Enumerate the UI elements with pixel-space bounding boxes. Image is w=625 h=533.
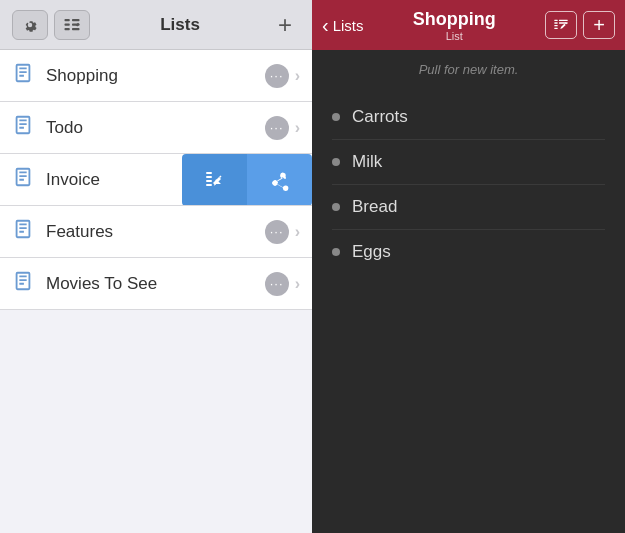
list-item[interactable]: Todo ··· › bbox=[0, 102, 312, 154]
share-swipe-icon bbox=[269, 169, 291, 191]
right-panel: ‹ Lists Shopping List + bbox=[312, 0, 625, 533]
more-dots-icon: ··· bbox=[270, 277, 284, 290]
shopping-subtitle: List bbox=[372, 30, 537, 42]
list-item[interactable]: Shopping ··· › bbox=[0, 50, 312, 102]
header-left-icons bbox=[12, 10, 90, 40]
more-dots-icon: ··· bbox=[270, 121, 284, 134]
more-button[interactable]: ··· bbox=[265, 220, 289, 244]
list-item-movies-to-see[interactable]: Movies To See ··· › bbox=[0, 258, 312, 310]
shopping-item[interactable]: Carrots bbox=[332, 95, 605, 140]
list-item-name: Movies To See bbox=[46, 274, 265, 294]
more-dots-icon: ··· bbox=[270, 225, 284, 238]
gear-icon bbox=[21, 16, 39, 34]
edit-swipe-button[interactable] bbox=[182, 154, 247, 206]
swipe-actions bbox=[182, 154, 312, 205]
list-item[interactable]: Features ··· › bbox=[0, 206, 312, 258]
plus-icon: + bbox=[593, 15, 605, 35]
svg-rect-2 bbox=[65, 28, 70, 30]
svg-rect-5 bbox=[72, 28, 80, 30]
shopping-item[interactable]: Bread bbox=[332, 185, 605, 230]
edit-lists-button[interactable] bbox=[54, 10, 90, 40]
add-item-button[interactable]: + bbox=[583, 11, 615, 39]
pull-hint: Pull for new item. bbox=[312, 50, 625, 85]
shopping-item[interactable]: Eggs bbox=[332, 230, 605, 274]
svg-rect-14 bbox=[559, 20, 568, 21]
list-item-icon bbox=[12, 218, 34, 245]
edit-button[interactable] bbox=[545, 11, 577, 39]
shopping-item-text: Carrots bbox=[352, 107, 408, 127]
more-button[interactable]: ··· bbox=[265, 64, 289, 88]
svg-rect-10 bbox=[554, 20, 557, 21]
svg-rect-0 bbox=[65, 19, 70, 21]
left-panel: Lists + Shopping ··· › Todo ··· › bbox=[0, 0, 312, 533]
chevron-right-icon: › bbox=[295, 67, 300, 85]
left-panel-title: Lists bbox=[160, 15, 200, 35]
more-dots-icon: ··· bbox=[270, 69, 284, 82]
svg-rect-3 bbox=[72, 19, 80, 21]
left-header: Lists + bbox=[0, 0, 312, 50]
more-button[interactable]: ··· bbox=[265, 272, 289, 296]
list-item-icon bbox=[12, 114, 34, 141]
svg-rect-11 bbox=[554, 22, 557, 23]
back-label: Lists bbox=[333, 17, 364, 34]
bullet-icon bbox=[332, 113, 340, 121]
edit-swipe-icon bbox=[203, 168, 227, 192]
svg-rect-12 bbox=[554, 25, 557, 26]
right-header-title: Shopping List bbox=[372, 9, 537, 42]
right-header: ‹ Lists Shopping List + bbox=[312, 0, 625, 50]
chevron-right-icon: › bbox=[295, 119, 300, 137]
edit-list-icon bbox=[63, 17, 81, 33]
shopping-list: Carrots Milk Bread Eggs bbox=[312, 85, 625, 533]
add-list-button[interactable]: + bbox=[270, 10, 300, 40]
bullet-icon bbox=[332, 203, 340, 211]
right-header-icons: + bbox=[545, 11, 615, 39]
svg-rect-8 bbox=[206, 180, 212, 182]
chevron-right-icon: › bbox=[295, 223, 300, 241]
svg-rect-1 bbox=[65, 23, 70, 25]
list-item-icon bbox=[12, 270, 34, 297]
shopping-item-text: Eggs bbox=[352, 242, 391, 262]
list-item-name: Features bbox=[46, 222, 265, 242]
shopping-item-text: Bread bbox=[352, 197, 397, 217]
list-item-icon bbox=[12, 62, 34, 89]
shopping-title: Shopping bbox=[372, 9, 537, 30]
shopping-item-text: Milk bbox=[352, 152, 382, 172]
list-item-icon bbox=[12, 166, 34, 193]
svg-rect-13 bbox=[554, 28, 557, 29]
list-item-name: Todo bbox=[46, 118, 265, 138]
bullet-icon bbox=[332, 248, 340, 256]
svg-rect-9 bbox=[206, 184, 212, 186]
settings-button[interactable] bbox=[12, 10, 48, 40]
svg-rect-7 bbox=[206, 176, 212, 178]
back-button[interactable]: ‹ Lists bbox=[322, 14, 364, 37]
list-items-container: Shopping ··· › Todo ··· › Invoice ··· bbox=[0, 50, 312, 533]
shopping-item[interactable]: Milk bbox=[332, 140, 605, 185]
share-swipe-button[interactable] bbox=[247, 154, 312, 206]
bullet-icon bbox=[332, 158, 340, 166]
list-item-name: Shopping bbox=[46, 66, 265, 86]
more-button[interactable]: ··· bbox=[265, 116, 289, 140]
edit-icon bbox=[553, 17, 569, 33]
list-item-invoice[interactable]: Invoice ··· bbox=[0, 154, 312, 206]
back-chevron-icon: ‹ bbox=[322, 14, 329, 37]
svg-rect-6 bbox=[206, 172, 212, 174]
chevron-right-icon: › bbox=[295, 275, 300, 293]
